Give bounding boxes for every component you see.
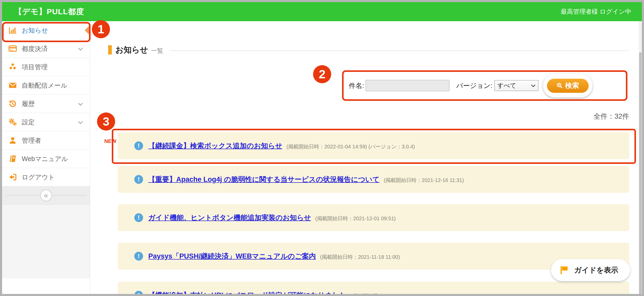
show-guide-button[interactable]: ガイドを表示 (551, 259, 630, 281)
vertical-scrollbar-thumb[interactable] (639, 52, 642, 295)
sidebar-item-history[interactable]: 履歴 (2, 95, 90, 113)
heading-accent-bar (108, 45, 112, 55)
flag-icon (559, 265, 569, 275)
chevron-down-icon (78, 120, 83, 125)
total-count: 全件：32件 (594, 112, 629, 121)
version-select[interactable]: すべて (494, 80, 538, 91)
gears-icon (8, 117, 18, 127)
sidebar-item-label: 履歴 (22, 100, 35, 108)
sidebar-collapse-row: « (2, 186, 90, 205)
search-button-label: 検索 (565, 81, 579, 90)
show-guide-label: ガイドを表示 (569, 265, 623, 275)
version-label: バージョン: (456, 81, 492, 90)
sidebar-collapse-button[interactable]: « (40, 189, 52, 201)
subject-label: 件名: (349, 81, 364, 90)
info-icon: ! (134, 291, 143, 296)
chevron-down-icon (78, 47, 83, 52)
notice-row: ! 【継続課金】検索ボックス追加のお知らせ (掲載開始日時：2022-01-04… (118, 132, 629, 159)
selected-item-arrow (85, 25, 90, 35)
notice-link[interactable]: 【継続課金】検索ボックス追加のお知らせ (148, 141, 282, 150)
sidebar-item-auto-mail[interactable]: 自動配信メール (2, 76, 90, 95)
notice-meta: (掲載開始日時：2021-11-18 11:00) (320, 254, 400, 261)
info-icon: ! (134, 213, 143, 222)
sidebar-item-label: お知らせ (22, 26, 48, 35)
info-icon: ! (134, 141, 143, 150)
sidebar-item-label: ログアウト (22, 173, 55, 181)
notice-meta: (掲載開始日時：2021-12-16 11:31) (384, 177, 464, 184)
sidebar-item-payments[interactable]: 都度決済 (2, 40, 90, 58)
search-button[interactable]: 検索 (547, 79, 589, 93)
search-button-wrapper: 検索 (543, 74, 593, 97)
vertical-scrollbar-track[interactable] (639, 21, 642, 294)
sidebar: お知らせ 都度決済 (2, 21, 90, 294)
sidebar-item-label: 設定 (22, 118, 35, 126)
top-header: 【デモ】PULL都度 最高管理者様 ログイン中 (2, 2, 642, 21)
app-title: 【デモ】PULL都度 (14, 6, 84, 17)
sidebar-item-label: 都度決済 (22, 44, 48, 53)
sidebar-item-administrators[interactable]: 管理者 (2, 131, 90, 150)
notice-meta: (掲載開始日時：2021-10-08 11:00) (バージョン：3.0.3) (351, 293, 479, 296)
notice-link[interactable]: ガイド機能、ヒントボタン機能追加実装のお知らせ (148, 213, 311, 222)
notice-row: ! 【重要】Apache Log4j の脆弱性に関する当サービスの状況報告につい… (118, 166, 629, 193)
book-icon (8, 154, 18, 164)
sidebar-item-notices[interactable]: お知らせ (2, 21, 90, 40)
bar-chart-icon (8, 25, 18, 35)
page-title-suffix: 一覧 (151, 47, 163, 55)
page-title: お知らせ (115, 44, 148, 55)
sidebar-item-label: 項目管理 (22, 63, 48, 71)
chevron-down-icon (531, 84, 536, 87)
app-window: 【デモ】PULL都度 最高管理者様 ログイン中 お知らせ 都度 (0, 0, 644, 296)
annotation-badge-1: 1 (92, 20, 110, 38)
info-icon: ! (134, 252, 143, 261)
sidebar-item-item-management[interactable]: 項目管理 (2, 58, 90, 76)
sidebar-item-logout[interactable]: ログアウト (2, 168, 90, 186)
heading-rule (170, 50, 629, 51)
notice-search-panel: 件名: バージョン: すべて 検索 (342, 70, 627, 101)
notice-row: ! 【機能追加】支払いURLにパスワード設定が可能になりました (掲載開始日時：… (118, 282, 629, 296)
version-selected-value: すべて (497, 81, 516, 90)
subject-input[interactable] (366, 80, 449, 91)
notice-row: ! ガイド機能、ヒントボタン機能追加実装のお知らせ (掲載開始日時：2021-1… (118, 204, 629, 231)
notice-link[interactable]: Paysys「PUSH/継続決済」WEBマニュアルのご案内 (148, 252, 316, 261)
sidebar-item-label: Webマニュアル (22, 155, 68, 163)
page-heading: お知らせ 一覧 (108, 44, 629, 55)
login-status: 最高管理者様 ログイン中 (561, 2, 631, 21)
annotation-badge-2: 2 (313, 65, 331, 83)
notice-link[interactable]: 【重要】Apache Log4j の脆弱性に関する当サービスの状況報告について (148, 175, 380, 184)
sidebar-item-settings[interactable]: 設定 (2, 113, 90, 131)
search-plus-icon (556, 82, 563, 89)
sidebar-item-label: 自動配信メール (22, 81, 67, 90)
notice-meta: (掲載開始日時：2022-01-04 14:59) (バージョン：3.0.4) (286, 143, 415, 150)
notice-link[interactable]: 【機能追加】支払いURLにパスワード設定が可能になりました (148, 291, 346, 296)
notice-meta: (掲載開始日時：2021-12-01 09:51) (315, 215, 396, 222)
sidebar-item-web-manual[interactable]: Webマニュアル (2, 150, 90, 168)
credit-card-icon (8, 44, 18, 54)
mail-icon (8, 80, 18, 90)
logout-icon (8, 172, 18, 182)
cubes-icon (8, 62, 18, 72)
info-icon: ! (134, 175, 143, 184)
user-icon (8, 135, 18, 145)
history-icon (8, 99, 18, 109)
new-badge: NEW (104, 138, 116, 144)
sidebar-footer-area (2, 205, 90, 278)
sidebar-item-label: 管理者 (22, 136, 41, 145)
chevron-down-icon (78, 102, 83, 107)
annotation-badge-3: 3 (97, 112, 115, 131)
